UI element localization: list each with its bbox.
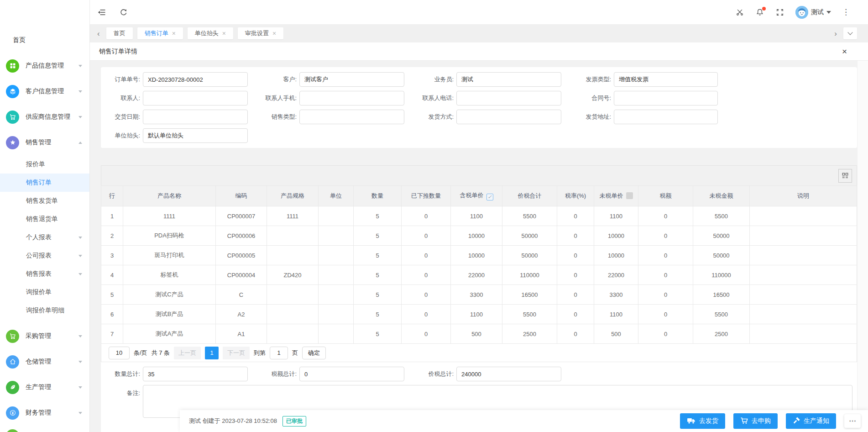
more-vertical-icon[interactable]: ⋮ bbox=[842, 8, 850, 16]
sidebar-group-product-info[interactable]: 产品信息管理 bbox=[0, 53, 89, 79]
tab-company-title[interactable]: 单位抬头 × bbox=[188, 27, 233, 39]
tabs-menu-button[interactable] bbox=[843, 27, 857, 39]
goto-page-input[interactable] bbox=[270, 347, 288, 359]
bell-icon[interactable] bbox=[755, 8, 764, 17]
col-spec: 产品规格 bbox=[267, 186, 319, 206]
sidebar-group-warehouse[interactable]: 仓储管理 bbox=[0, 349, 89, 374]
customer-input[interactable] bbox=[299, 72, 404, 87]
column-settings-button[interactable] bbox=[838, 169, 852, 183]
shipping-address-input[interactable] bbox=[614, 110, 718, 124]
table-cell: 1111 bbox=[123, 206, 216, 226]
quantity-total-input[interactable] bbox=[143, 367, 248, 381]
close-tab-icon[interactable]: × bbox=[172, 30, 176, 37]
table-cell: 1100 bbox=[451, 206, 502, 226]
scissors-icon[interactable] bbox=[735, 8, 744, 17]
tab-home[interactable]: 首页 bbox=[106, 27, 133, 39]
table-cell bbox=[319, 265, 354, 285]
table-cell: 50000 bbox=[502, 226, 557, 246]
tax-excluded-checkbox[interactable] bbox=[626, 192, 633, 199]
detail-header: 销售订单详情 × bbox=[90, 42, 868, 61]
table-cell: 1111 bbox=[267, 206, 319, 226]
shipping-method-input[interactable] bbox=[456, 110, 561, 124]
col-row-no: 行 bbox=[101, 186, 123, 206]
scrollbar-track[interactable] bbox=[858, 61, 868, 432]
current-page-button[interactable]: 1 bbox=[205, 347, 219, 359]
table-cell: 110000 bbox=[502, 265, 557, 285]
field-shipping-address: 发货地址: bbox=[576, 110, 852, 124]
table-cell: PDA扫码枪 bbox=[123, 226, 216, 246]
sidebar-group-finance[interactable]: 财务管理 bbox=[0, 400, 89, 426]
table-cell: 0 bbox=[638, 226, 693, 246]
user-menu[interactable]: 测试 bbox=[795, 6, 831, 19]
goto-confirm-button[interactable]: 确定 bbox=[302, 347, 326, 359]
sidebar-item-inquiry-detail[interactable]: 询报价单明细 bbox=[0, 301, 89, 320]
contact-mobile-input[interactable] bbox=[299, 91, 404, 105]
sidebar-item-sales-return[interactable]: 销售退货单 bbox=[0, 210, 89, 228]
table-cell bbox=[319, 285, 354, 305]
field-contact-mobile: 联系人手机: bbox=[262, 91, 419, 105]
close-detail-button[interactable]: × bbox=[842, 47, 847, 56]
col-quantity: 数量 bbox=[354, 186, 402, 206]
sidebar-group-sales[interactable]: 销售管理 bbox=[0, 130, 89, 155]
refresh-icon[interactable] bbox=[119, 8, 128, 17]
sidebar-item-sales-delivery[interactable]: 销售发货单 bbox=[0, 192, 89, 210]
fullscreen-icon[interactable] bbox=[775, 8, 784, 17]
tab-sales-order[interactable]: 销售订单 × bbox=[137, 27, 183, 39]
sales-type-input[interactable] bbox=[299, 110, 404, 124]
sidebar-item-company-report[interactable]: 公司报表 bbox=[0, 247, 89, 265]
sidebar-item-personal-report[interactable]: 个人报表 bbox=[0, 228, 89, 247]
page-size-input[interactable] bbox=[109, 347, 130, 359]
tax-total-input[interactable] bbox=[299, 367, 404, 381]
tabs-scroll-left-icon[interactable]: ‹ bbox=[95, 30, 102, 37]
sidebar-item-sales-order[interactable]: 销售订单 bbox=[0, 174, 89, 192]
content: 销售订单详情 × 订单单号: 客户: 业务员: bbox=[90, 42, 868, 432]
to-purchase-button[interactable]: 去申购 bbox=[733, 413, 778, 429]
production-notice-button[interactable]: 生产通知 bbox=[786, 413, 836, 429]
table-cell: 7 bbox=[101, 324, 123, 344]
delivery-date-input[interactable] bbox=[143, 110, 248, 124]
avatar[interactable] bbox=[795, 6, 808, 19]
sidebar-group-supplier-info[interactable]: 供应商信息管理 bbox=[0, 104, 89, 130]
table-cell: CP000006 bbox=[216, 226, 267, 246]
tax-included-checkbox[interactable]: ✓ bbox=[486, 194, 493, 200]
grand-total-input[interactable] bbox=[456, 367, 561, 381]
contract-no-input[interactable] bbox=[614, 91, 718, 105]
leaf-icon bbox=[6, 381, 19, 394]
sidebar-group-customer-info[interactable]: 客户信息管理 bbox=[0, 79, 89, 104]
sidebar-group-production[interactable]: 生产管理 bbox=[0, 374, 89, 400]
table-cell: 10000 bbox=[594, 246, 638, 265]
table-cell: 5 bbox=[101, 285, 123, 305]
salesman-input[interactable] bbox=[456, 72, 561, 87]
total-count: 共 7 条 bbox=[152, 349, 170, 357]
sidebar-group-purchase[interactable]: 采购管理 bbox=[0, 323, 89, 349]
to-delivery-button[interactable]: 去发货 bbox=[680, 413, 725, 429]
table-cell: 10000 bbox=[594, 226, 638, 246]
table-cell: 标签机 bbox=[123, 265, 216, 285]
table-cell bbox=[750, 226, 857, 246]
next-page-button[interactable]: 下一页 bbox=[223, 347, 250, 359]
col-pushed-qty: 已下推数量 bbox=[402, 186, 451, 206]
sidebar-item-home[interactable]: 首页 bbox=[0, 32, 89, 48]
contact-phone-input[interactable] bbox=[456, 91, 561, 105]
prev-page-button[interactable]: 上一页 bbox=[174, 347, 201, 359]
table-cell: 110000 bbox=[693, 265, 750, 285]
collapse-sidebar-icon[interactable] bbox=[97, 8, 106, 17]
tabs-scroll-right-icon[interactable]: › bbox=[832, 30, 839, 37]
yuan-coin-icon bbox=[6, 406, 19, 420]
tab-approval-settings[interactable]: 审批设置 × bbox=[238, 27, 283, 39]
table-cell bbox=[267, 226, 319, 246]
sidebar-item-sales-report[interactable]: 销售报表 bbox=[0, 265, 89, 283]
chevron-down-icon bbox=[78, 237, 82, 239]
company-title-input[interactable] bbox=[143, 128, 248, 143]
close-tab-icon[interactable]: × bbox=[222, 30, 226, 37]
invoice-type-input[interactable] bbox=[614, 72, 718, 87]
chevron-down-icon bbox=[78, 255, 82, 257]
contact-input[interactable] bbox=[143, 91, 248, 105]
table-cell: 1 bbox=[101, 206, 123, 226]
sidebar-item-quotation[interactable]: 报价单 bbox=[0, 155, 89, 174]
order-no-input[interactable] bbox=[143, 72, 248, 87]
notification-dot bbox=[762, 7, 766, 11]
close-tab-icon[interactable]: × bbox=[272, 30, 276, 37]
more-actions-button[interactable]: ⋯ bbox=[844, 414, 861, 428]
sidebar-item-inquiry[interactable]: 询报价单 bbox=[0, 283, 89, 301]
